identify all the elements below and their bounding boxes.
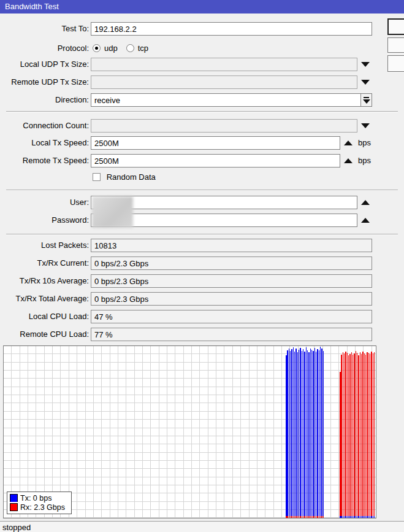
- chart-zero-tick: [306, 516, 307, 518]
- row-random-data: Random Data: [0, 171, 404, 185]
- chart-zero-tick: [289, 516, 290, 518]
- random-data-checkbox[interactable]: [93, 173, 101, 181]
- remote-tx-speed-up-icon[interactable]: [344, 158, 353, 163]
- txrx-10s-average-label: Tx/Rx 10s Average:: [0, 276, 89, 285]
- stop-button[interactable]: [387, 37, 404, 53]
- remote-tx-speed-input[interactable]: [91, 154, 340, 168]
- local-tx-speed-input[interactable]: [91, 136, 340, 150]
- chart-zero-tick: [286, 516, 287, 518]
- password-up-icon[interactable]: [361, 218, 370, 223]
- chart-zero-tick: [367, 516, 368, 518]
- chart-zero-tick: [349, 516, 351, 518]
- chart-bar-rx: [361, 354, 362, 518]
- chart-bar-tx: [294, 352, 295, 518]
- txrx-total-average-value: [91, 292, 372, 306]
- chart-legend: Tx: 0 bps Rx: 2.3 Gbps: [7, 492, 72, 514]
- chart-bar-tx: [290, 351, 291, 518]
- chart-bar-rx: [370, 354, 371, 518]
- chart-bar-rx: [351, 352, 353, 518]
- chart-bar-rx: [353, 355, 354, 518]
- chart-zero-tick: [356, 516, 357, 518]
- protocol-label: Protocol:: [0, 44, 89, 53]
- protocol-tcp-label: tcp: [138, 44, 148, 53]
- chart-bar-tx: [293, 347, 294, 518]
- local-tx-speed-unit: bps: [358, 138, 371, 147]
- separator: [6, 190, 398, 191]
- legend-item-rx: Rx: 2.3 Gbps: [10, 503, 71, 512]
- chart-zero-tick: [316, 516, 317, 518]
- remote-tx-speed-label: Remote Tx Speed:: [0, 156, 89, 165]
- start-button[interactable]: [387, 18, 404, 35]
- row-protocol: Protocol: udptcp: [0, 42, 404, 55]
- user-up-icon[interactable]: [361, 200, 370, 205]
- chart-bar-rx: [345, 352, 346, 518]
- chart-bar-rx: [367, 352, 368, 518]
- chart-bar-tx: [295, 349, 297, 518]
- chart-zero-tick: [294, 516, 295, 518]
- chart-zero-tick: [360, 516, 361, 518]
- chart-bar-rx: [368, 353, 370, 518]
- random-data-label: Random Data: [107, 172, 156, 182]
- tx-color-swatch-icon: [10, 494, 18, 502]
- local-udp-tx-size-label: Local UDP Tx Size:: [0, 60, 89, 69]
- direction-input[interactable]: [91, 93, 361, 107]
- txrx-total-average-label: Tx/Rx Total Average:: [0, 294, 89, 303]
- test-to-label: Test To:: [0, 24, 89, 33]
- chart-zero-tick: [295, 516, 297, 518]
- chart-zero-tick: [304, 516, 305, 518]
- protocol-tcp-radio[interactable]: [126, 44, 134, 52]
- local-udp-tx-size-input[interactable]: [91, 58, 357, 71]
- close-button[interactable]: [387, 55, 404, 72]
- chart-zero-tick: [291, 516, 292, 518]
- row-txrx-total-average: Tx/Rx Total Average:: [0, 292, 404, 306]
- remote-udp-tx-size-input[interactable]: [91, 75, 357, 89]
- chart-zero-tick: [351, 516, 353, 518]
- rx-color-swatch-icon: [10, 503, 18, 511]
- chart-bar-rx: [358, 355, 359, 518]
- connection-count-label: Connection Count:: [0, 121, 89, 130]
- chart-bar-tx: [306, 347, 307, 518]
- txrx-10s-average-value: [91, 274, 372, 288]
- window-title: Bandwidth Test: [5, 2, 59, 11]
- local-cpu-load-value: [91, 310, 372, 323]
- chart-zero-tick: [299, 516, 300, 518]
- chart-bar-tx: [316, 352, 317, 518]
- chart-zero-tick: [371, 516, 372, 518]
- chart-bar-tx: [308, 352, 310, 518]
- chart-zero-tick: [300, 516, 301, 518]
- local-udp-tx-size-dropdown-icon[interactable]: [361, 62, 370, 67]
- txrx-current-value: [91, 256, 372, 270]
- chart-zero-tick: [340, 516, 341, 518]
- chart-bar-tx: [307, 350, 308, 518]
- row-remote-udp-tx-size: Remote UDP Tx Size:: [0, 75, 404, 89]
- row-user: User:: [0, 196, 404, 209]
- chart-zero-tick: [310, 516, 311, 518]
- row-lost-packets: Lost Packets:: [0, 239, 404, 252]
- chart-bar-rx: [354, 353, 355, 518]
- chart-zero-tick: [314, 516, 316, 518]
- direction-dropdown-button[interactable]: [360, 93, 372, 107]
- user-label: User:: [0, 198, 89, 207]
- row-txrx-current: Tx/Rx Current:: [0, 256, 404, 270]
- chart-zero-tick: [341, 516, 342, 518]
- chart-bar-rx: [364, 353, 365, 518]
- chart-bar-tx: [310, 349, 311, 518]
- remote-udp-tx-size-dropdown-icon[interactable]: [361, 80, 370, 85]
- row-local-cpu-load: Local CPU Load:: [0, 310, 404, 323]
- connection-count-dropdown-icon[interactable]: [361, 123, 370, 128]
- chart-bar-tx: [314, 348, 316, 518]
- chart-zero-tick: [308, 516, 310, 518]
- chart-zero-tick: [348, 516, 349, 518]
- chart-bar-rx: [373, 353, 374, 518]
- chart-bar-tx: [321, 349, 322, 518]
- test-to-input[interactable]: [91, 22, 372, 36]
- dropdown-arrow-icon: [363, 99, 370, 104]
- connection-count-input[interactable]: [91, 119, 357, 133]
- local-tx-speed-up-icon[interactable]: [344, 141, 353, 145]
- protocol-udp-radio[interactable]: [93, 44, 101, 52]
- status-text: stopped: [2, 523, 31, 532]
- chart-bar-tx: [291, 349, 292, 518]
- protocol-udp-label: udp: [104, 44, 118, 53]
- chart-zero-tick: [323, 516, 324, 518]
- window-titlebar[interactable]: Bandwidth Test: [0, 0, 404, 13]
